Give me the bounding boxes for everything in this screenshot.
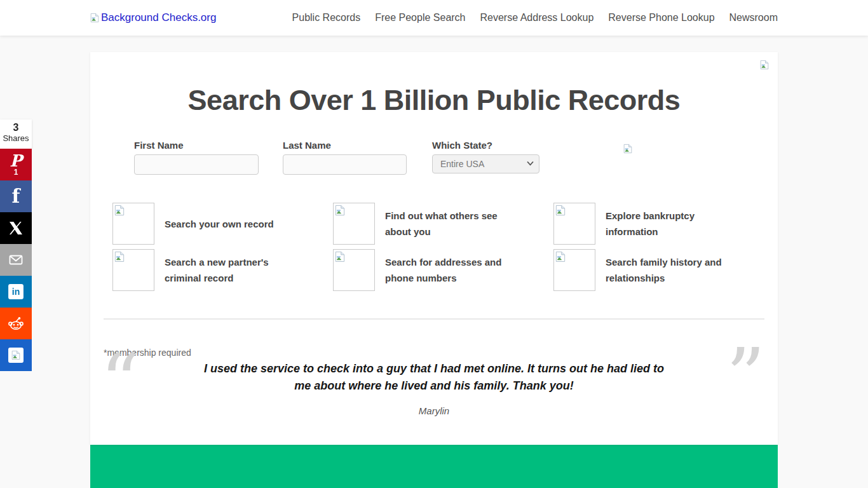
testimonial: “ I used the service to check into a guy…	[90, 360, 778, 416]
last-name-input[interactable]	[283, 154, 407, 175]
feature-image-placeholder	[333, 203, 375, 245]
broken-image-icon	[11, 350, 20, 360]
reddit-icon	[8, 315, 24, 332]
x-twitter-share-button[interactable]	[0, 212, 32, 244]
divider	[104, 318, 764, 320]
state-label: Which State?	[432, 140, 539, 151]
pinterest-icon: P	[10, 153, 22, 168]
broken-image-icon	[335, 251, 345, 262]
footer-section	[90, 445, 778, 488]
nav-item-free-people-search[interactable]: Free People Search	[375, 12, 465, 24]
feature-bankruptcy: Explore bankruptcy information	[553, 203, 774, 245]
last-name-label: Last Name	[283, 140, 407, 151]
hero-card: Search Over 1 Billion Public Records Fir…	[90, 52, 778, 445]
broken-image-icon	[760, 60, 769, 70]
first-name-input[interactable]	[134, 154, 259, 175]
svg-text:in: in	[12, 287, 20, 297]
feature-image-placeholder	[553, 203, 595, 245]
facebook-icon: f	[12, 187, 20, 206]
feature-label: Search your own record	[165, 216, 298, 232]
share-count: 3 Shares	[0, 119, 32, 149]
feature-label: Search family history and relationships	[606, 254, 739, 286]
state-select[interactable]: Entire USA	[432, 154, 539, 173]
testimonial-quote: I used the service to check into a guy t…	[202, 360, 666, 395]
feature-image-placeholder	[333, 249, 375, 291]
broken-image-icon	[114, 205, 125, 216]
feature-label: Explore bankruptcy information	[606, 208, 739, 240]
pinterest-share-button[interactable]: P 1	[0, 149, 32, 180]
reddit-share-button[interactable]	[0, 308, 32, 339]
broken-image-icon	[335, 205, 345, 216]
nav-links: Public Records Free People Search Revers…	[292, 12, 778, 24]
more-share-button[interactable]	[0, 339, 32, 371]
feature-image-placeholder	[112, 203, 154, 245]
nav-item-reverse-address-lookup[interactable]: Reverse Address Lookup	[480, 12, 594, 24]
feature-image-placeholder	[112, 249, 154, 291]
feature-list: Search your own record Find out what oth…	[112, 203, 778, 291]
feature-label: Search for addresses and phone numbers	[385, 254, 519, 286]
first-name-label: First Name	[134, 140, 259, 151]
search-button-image[interactable]	[623, 144, 632, 154]
logo[interactable]: Background Checks.org	[90, 11, 216, 24]
broken-image-icon	[555, 251, 566, 262]
feature-family-history: Search family history and relationships	[553, 249, 774, 291]
page-title: Search Over 1 Billion Public Records	[90, 52, 778, 117]
feature-label: Search a new partner's criminal record	[165, 254, 298, 286]
share-count-label: Shares	[0, 133, 32, 144]
linkedin-share-button[interactable]: in	[0, 276, 32, 308]
nav-item-public-records[interactable]: Public Records	[292, 12, 361, 24]
broken-image-icon	[90, 13, 99, 23]
email-share-button[interactable]	[0, 244, 32, 276]
x-twitter-icon	[8, 220, 24, 236]
nav-item-reverse-phone-lookup[interactable]: Reverse Phone Lookup	[608, 12, 714, 24]
feature-what-others-see: Find out what others see about you	[333, 203, 553, 245]
pinterest-share-count: 1	[14, 168, 18, 176]
top-nav: Background Checks.org Public Records Fre…	[0, 0, 868, 36]
testimonial-author: Marylin	[90, 405, 778, 416]
share-bar: 3 Shares P 1 f in	[0, 119, 32, 371]
broken-image-icon	[555, 205, 566, 216]
feature-addresses-phones: Search for addresses and phone numbers	[333, 249, 553, 291]
linkedin-icon: in	[8, 283, 24, 300]
feature-own-record: Search your own record	[112, 203, 333, 245]
facebook-share-button[interactable]: f	[0, 180, 32, 212]
feature-label: Find out what others see about you	[385, 208, 519, 240]
feature-partner-criminal-record: Search a new partner's criminal record	[112, 249, 333, 291]
logo-text: Background Checks.org	[101, 11, 216, 24]
membership-note: *membership required	[104, 348, 778, 358]
broken-image-icon	[114, 251, 125, 262]
people-search-form: First Name Last Name Which State? Entire…	[134, 140, 778, 175]
nav-item-newsroom[interactable]: Newsroom	[729, 12, 778, 24]
feature-image-placeholder	[553, 249, 595, 291]
email-icon	[8, 252, 24, 268]
share-count-number: 3	[0, 122, 32, 133]
